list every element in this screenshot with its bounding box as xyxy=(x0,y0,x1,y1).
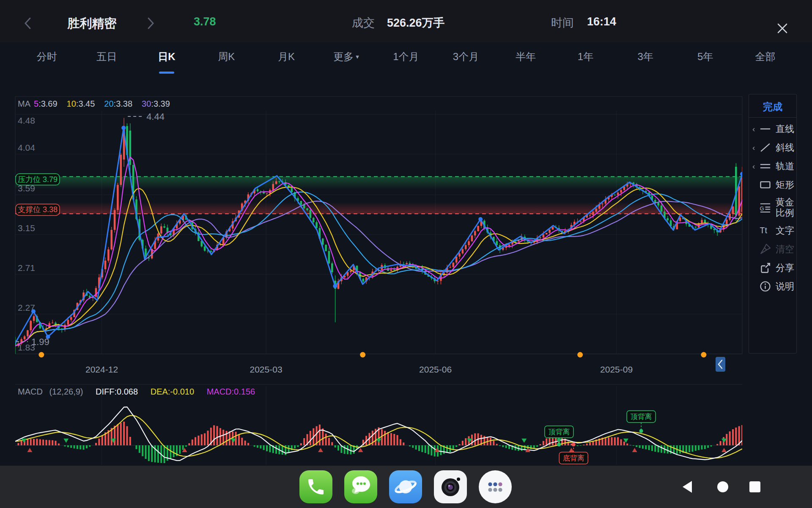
macd-title: MACD xyxy=(18,387,43,396)
close-icon[interactable] xyxy=(775,21,790,36)
ma-legend: MA5:3.6910:3.4520:3.3830:3.39 xyxy=(18,99,179,109)
buy-signal-icon xyxy=(569,448,574,452)
period-tabs: 分时五日日K周K月K更多▾1个月3个月半年1年3年5年全部 xyxy=(17,44,795,70)
tab-5年[interactable]: 5年 xyxy=(675,44,735,70)
svg-text:底背离: 底背离 xyxy=(563,454,584,462)
buy-signal-icon xyxy=(318,448,323,452)
share-icon xyxy=(759,261,772,274)
camera-app-icon[interactable] xyxy=(434,470,467,503)
support-tag: 支撑位 3.38 xyxy=(16,204,60,215)
event-marker-dot xyxy=(701,352,706,358)
clear-icon xyxy=(759,243,772,256)
tab-日K[interactable]: 日K xyxy=(137,44,197,70)
next-stock-icon[interactable] xyxy=(146,17,155,30)
volume-value: 526.26万手 xyxy=(387,15,445,30)
tool-channel[interactable]: ‹ 轨道 xyxy=(749,157,796,175)
android-recents-button[interactable] xyxy=(748,480,762,494)
channel-icon xyxy=(759,160,772,173)
info-icon xyxy=(759,280,772,293)
tool-rectangle[interactable]: 矩形 xyxy=(749,175,796,194)
tool-share[interactable]: 分享 xyxy=(749,258,796,277)
planet-icon xyxy=(389,470,422,503)
drawing-tools-panel: 完成 ‹ 直线 ‹ 斜线 ‹ 轨道 矩形 G 黄金比例 Tt xyxy=(749,94,797,353)
buy-signal-icon xyxy=(358,448,363,452)
svg-text:顶背离: 顶背离 xyxy=(631,413,652,421)
messages-app-icon[interactable] xyxy=(344,470,377,503)
svg-text:4.04: 4.04 xyxy=(18,143,35,152)
tool-text[interactable]: Tt 文字 xyxy=(749,221,796,240)
grid-dots-icon xyxy=(479,470,512,503)
golden-ratio-icon: G xyxy=(759,201,772,214)
tab-3个月[interactable]: 3个月 xyxy=(436,44,496,70)
chevron-left-icon: ‹ xyxy=(752,125,759,133)
chat-bubble-icon xyxy=(344,470,377,503)
bottom-divergence-tag: 底背离 xyxy=(559,443,588,464)
sell-signal-icon xyxy=(376,439,381,443)
tab-五日[interactable]: 五日 xyxy=(77,44,137,70)
event-marker-dot xyxy=(38,352,44,358)
dock-bar xyxy=(0,466,812,508)
panel-divider xyxy=(749,117,796,118)
x-axis-date-label: 2025-06 xyxy=(419,364,452,374)
done-button[interactable]: 完成 xyxy=(749,96,796,117)
line-handle[interactable] xyxy=(740,172,744,176)
tab-月K[interactable]: 月K xyxy=(256,44,316,70)
text-icon: Tt xyxy=(759,224,772,237)
chevron-left-icon: ‹ xyxy=(752,162,759,170)
tool-golden-ratio[interactable]: G 黄金比例 xyxy=(749,194,796,221)
kline-chart[interactable]: 4.484.043.593.152.712.271.832024-122025-… xyxy=(0,0,812,508)
previous-stock-icon[interactable] xyxy=(23,17,33,30)
dropdown-caret-icon: ▾ xyxy=(356,53,359,61)
time-label: 时间 xyxy=(551,15,574,30)
tab-1个月[interactable]: 1个月 xyxy=(376,44,436,70)
svg-text:Tt: Tt xyxy=(760,225,768,235)
svg-text:2.71: 2.71 xyxy=(18,263,35,273)
android-back-button[interactable] xyxy=(681,480,695,494)
drawn-trend-line[interactable] xyxy=(15,128,742,343)
time-value: 16:14 xyxy=(587,15,616,28)
tab-1年[interactable]: 1年 xyxy=(556,44,616,70)
chevron-left-icon: ‹ xyxy=(752,144,759,152)
sell-signal-icon xyxy=(521,439,527,443)
event-marker-dot xyxy=(360,352,365,358)
straight-line-icon xyxy=(759,122,772,135)
macd-legend: MACD (12,26,9) DIFF:0.068 DEA:-0.010 MAC… xyxy=(18,387,265,397)
phone-app-icon[interactable] xyxy=(299,470,332,503)
line-handle[interactable] xyxy=(333,284,337,288)
tool-straight-line[interactable]: ‹ 直线 xyxy=(749,119,796,138)
tab-更多[interactable]: 更多▾ xyxy=(316,44,376,70)
tool-diagonal-line[interactable]: ‹ 斜线 xyxy=(749,138,796,157)
app-drawer-icon[interactable] xyxy=(479,470,512,503)
line-handle[interactable] xyxy=(121,126,126,130)
line-handle[interactable] xyxy=(478,217,483,221)
svg-text:G: G xyxy=(760,205,764,211)
scroll-left-button[interactable] xyxy=(716,357,725,372)
camera-lens-icon xyxy=(434,470,467,503)
resistance-tag: 压力位 3.79 xyxy=(16,174,60,185)
buy-signal-icon xyxy=(632,448,637,452)
tool-clear: 清空 xyxy=(749,240,796,258)
line-handle[interactable] xyxy=(31,309,36,314)
event-marker-dot xyxy=(577,352,583,358)
buy-signal-icon xyxy=(721,448,727,452)
volume-label: 成交 xyxy=(352,15,375,30)
stock-name: 胜利精密 xyxy=(51,15,133,32)
rectangle-icon xyxy=(759,178,772,191)
top-bar: 胜利精密 3.78 成交 526.26万手 时间 16:14 xyxy=(0,0,812,42)
tab-分时[interactable]: 分时 xyxy=(17,44,77,70)
tab-3年[interactable]: 3年 xyxy=(615,44,675,70)
android-home-button[interactable] xyxy=(716,480,730,494)
x-axis-date-label: 2025-03 xyxy=(250,364,283,374)
tool-info[interactable]: 说明 xyxy=(749,277,796,295)
macd-diff-value: DIFF:0.068 xyxy=(96,387,138,396)
stock-chart-screen: 4.484.043.593.152.712.271.832024-122025-… xyxy=(0,0,812,508)
browser-app-icon[interactable] xyxy=(389,470,422,503)
macd-params: (12,26,9) xyxy=(49,387,83,396)
tab-周K[interactable]: 周K xyxy=(197,44,257,70)
svg-text:3.15: 3.15 xyxy=(18,223,35,233)
diagonal-line-icon xyxy=(759,141,772,154)
top-divergence-tag: 顶背离 xyxy=(627,411,656,433)
current-price: 3.78 xyxy=(194,15,216,28)
tab-全部[interactable]: 全部 xyxy=(735,44,795,70)
tab-半年[interactable]: 半年 xyxy=(496,44,556,70)
